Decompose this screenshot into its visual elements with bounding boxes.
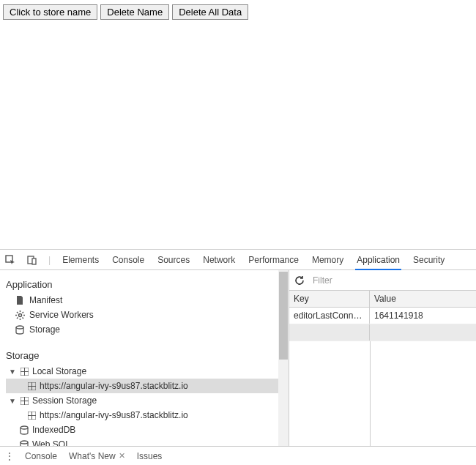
tab-memory[interactable]: Memory xyxy=(310,250,345,269)
storage-row[interactable]: editorLastConnec... 1641141918 xyxy=(289,308,476,324)
scrollbar-thumb[interactable] xyxy=(279,272,288,360)
sidebar-item-service-workers[interactable]: Service Workers xyxy=(6,308,289,322)
store-name-button[interactable]: Click to store name xyxy=(3,4,97,20)
page-blank-area xyxy=(0,24,476,249)
storage-value-cell: 1641141918 xyxy=(370,308,476,324)
storage-content-panel: Key Value editorLastConnec... 1641141918 xyxy=(289,270,476,446)
grid-icon xyxy=(26,412,37,420)
grid-icon xyxy=(19,368,29,376)
document-icon xyxy=(15,295,25,305)
sidebar-item-storage[interactable]: Storage xyxy=(6,322,289,337)
storage-row-empty[interactable] xyxy=(289,324,476,341)
svg-point-4 xyxy=(16,326,23,329)
tree-node-label: Session Storage xyxy=(32,395,97,406)
devtools-tab-bar: | Elements Console Sources Network Perfo… xyxy=(0,250,476,270)
caret-down-icon: ▼ xyxy=(9,368,16,376)
delete-name-button[interactable]: Delete Name xyxy=(100,4,169,20)
devtools-body: Application Manifest Service Workers Sto… xyxy=(0,270,476,446)
storage-grid-header: Key Value xyxy=(289,291,476,308)
column-header-value[interactable]: Value xyxy=(370,291,476,307)
device-toolbar-icon[interactable] xyxy=(26,254,38,266)
more-vertical-icon[interactable]: ⋮ xyxy=(4,451,15,461)
tree-node-session-storage-origin[interactable]: https://angular-ivy-s9us87.stackblitz.io xyxy=(6,408,289,423)
database-icon xyxy=(19,440,29,447)
tab-sources[interactable]: Sources xyxy=(156,250,191,269)
drawer-tab-whats-new[interactable]: What's New ✕ xyxy=(67,448,127,464)
tab-performance[interactable]: Performance xyxy=(247,250,300,269)
tree-node-label: Local Storage xyxy=(32,366,86,376)
tree-node-label: https://angular-ivy-s9us87.stackblitz.io xyxy=(40,381,188,391)
tree-node-label: Web SQL xyxy=(32,439,70,446)
close-icon[interactable]: ✕ xyxy=(119,451,125,461)
filter-input[interactable] xyxy=(310,273,472,288)
tab-application[interactable]: Application xyxy=(355,250,401,270)
sidebar-scrollbar[interactable] xyxy=(278,270,289,446)
caret-down-icon: ▼ xyxy=(9,397,16,405)
storage-grid-body xyxy=(289,341,476,446)
devtools-drawer: ⋮ Console What's New ✕ Issues xyxy=(0,446,476,465)
tree-node-label: IndexedDB xyxy=(32,425,75,435)
delete-all-button[interactable]: Delete All Data xyxy=(172,4,248,20)
gear-icon xyxy=(15,310,25,320)
sidebar-item-label: Manifest xyxy=(29,295,62,305)
database-icon xyxy=(15,324,25,335)
column-separator[interactable] xyxy=(370,341,371,446)
sidebar-item-label: Service Workers xyxy=(29,310,94,320)
tab-console[interactable]: Console xyxy=(111,250,146,269)
tree-node-websql[interactable]: Web SQL xyxy=(6,437,289,446)
svg-point-17 xyxy=(21,426,28,429)
database-icon xyxy=(19,425,29,435)
grid-icon xyxy=(26,382,37,390)
grid-icon xyxy=(19,397,29,405)
devtools-panel: | Elements Console Sources Network Perfo… xyxy=(0,249,476,465)
storage-key-cell: editorLastConnec... xyxy=(289,308,370,324)
drawer-tab-issues[interactable]: Issues xyxy=(135,448,164,464)
drawer-tab-console[interactable]: Console xyxy=(23,448,59,464)
tree-node-indexeddb[interactable]: IndexedDB xyxy=(6,423,289,437)
tab-security[interactable]: Security xyxy=(412,250,446,269)
svg-point-3 xyxy=(18,313,21,316)
application-sidebar: Application Manifest Service Workers Sto… xyxy=(0,270,289,446)
sidebar-item-label: Storage xyxy=(29,324,60,335)
section-title-storage: Storage xyxy=(6,350,289,361)
drawer-tab-label: What's New xyxy=(69,451,116,461)
tab-network[interactable]: Network xyxy=(201,250,237,269)
refresh-icon[interactable] xyxy=(294,275,305,286)
svg-rect-2 xyxy=(32,258,36,264)
tree-node-label: https://angular-ivy-s9us87.stackblitz.io xyxy=(40,410,188,420)
section-title-application: Application xyxy=(6,279,289,290)
page-content: Click to store name Delete Name Delete A… xyxy=(0,0,476,24)
column-header-key[interactable]: Key xyxy=(289,291,370,307)
storage-toolbar xyxy=(289,270,476,291)
sidebar-item-manifest[interactable]: Manifest xyxy=(6,293,289,308)
tree-node-local-storage[interactable]: ▼ Local Storage xyxy=(6,364,289,379)
inspect-element-icon[interactable] xyxy=(4,254,16,266)
tab-elements[interactable]: Elements xyxy=(61,250,100,269)
tree-node-session-storage[interactable]: ▼ Session Storage xyxy=(6,393,289,408)
tree-node-local-storage-origin[interactable]: https://angular-ivy-s9us87.stackblitz.io xyxy=(6,379,289,393)
svg-point-18 xyxy=(21,441,28,444)
